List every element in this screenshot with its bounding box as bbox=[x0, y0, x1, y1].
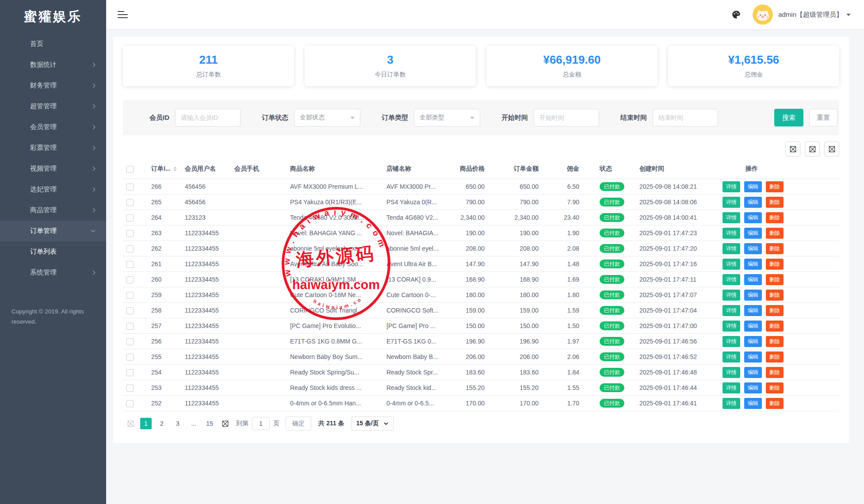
order-type-select[interactable]: 全部类型 bbox=[414, 109, 480, 126]
detail-button[interactable]: 详情 bbox=[723, 243, 740, 254]
sidebar-item[interactable]: 会员管理 bbox=[0, 117, 106, 137]
end-time-input[interactable] bbox=[653, 109, 718, 126]
detail-button[interactable]: 详情 bbox=[723, 398, 740, 409]
sidebar-item[interactable]: 系统管理 bbox=[0, 262, 106, 283]
sidebar-item[interactable]: 彩票管理 bbox=[0, 137, 106, 158]
row-checkbox[interactable] bbox=[126, 369, 134, 376]
row-checkbox[interactable] bbox=[126, 292, 134, 299]
delete-button[interactable]: 删除 bbox=[766, 290, 784, 301]
row-checkbox[interactable] bbox=[126, 323, 134, 330]
page-button[interactable]: 15 bbox=[204, 418, 215, 429]
row-checkbox[interactable] bbox=[126, 230, 134, 237]
start-time-input[interactable] bbox=[534, 109, 599, 126]
edit-button[interactable]: 编辑 bbox=[744, 367, 762, 378]
sort-icon[interactable] bbox=[173, 165, 177, 173]
delete-button[interactable]: 删除 bbox=[766, 351, 784, 363]
edit-button[interactable]: 编辑 bbox=[744, 243, 762, 254]
search-button[interactable]: 搜索 bbox=[774, 109, 803, 126]
detail-button[interactable]: 详情 bbox=[723, 336, 740, 347]
avatar[interactable] bbox=[753, 4, 773, 25]
detail-button[interactable]: 详情 bbox=[723, 290, 740, 301]
row-checkbox[interactable] bbox=[126, 385, 134, 392]
select-all-checkbox[interactable] bbox=[126, 166, 134, 173]
row-checkbox[interactable] bbox=[126, 338, 134, 345]
member-id-input[interactable] bbox=[175, 109, 241, 126]
delete-button[interactable]: 删除 bbox=[766, 197, 784, 208]
detail-button[interactable]: 详情 bbox=[723, 351, 740, 363]
page-button[interactable]: 1 bbox=[140, 418, 152, 429]
delete-button[interactable]: 删除 bbox=[766, 367, 784, 378]
delete-button[interactable]: 删除 bbox=[766, 305, 784, 316]
confirm-page-button[interactable]: 确定 bbox=[286, 416, 311, 431]
sidebar-item[interactable]: 订单列表 bbox=[0, 241, 106, 262]
detail-button[interactable]: 详情 bbox=[723, 181, 740, 192]
delete-button[interactable]: 删除 bbox=[766, 321, 784, 332]
user-menu[interactable]: admin【超级管理员】 bbox=[778, 11, 843, 19]
edit-button[interactable]: 编辑 bbox=[744, 274, 762, 285]
prev-page-button[interactable] bbox=[126, 419, 135, 428]
edit-button[interactable]: 编辑 bbox=[744, 382, 762, 393]
detail-button[interactable]: 详情 bbox=[723, 259, 740, 270]
row-checkbox[interactable] bbox=[126, 307, 134, 314]
delete-button[interactable]: 删除 bbox=[766, 243, 784, 254]
edit-button[interactable]: 编辑 bbox=[744, 321, 762, 332]
delete-button[interactable]: 删除 bbox=[766, 181, 784, 192]
edit-button[interactable]: 编辑 bbox=[744, 181, 762, 192]
order-status-select[interactable]: 全部状态 bbox=[294, 109, 360, 126]
sidebar-item[interactable]: 超管管理 bbox=[0, 96, 106, 117]
edit-button[interactable]: 编辑 bbox=[744, 197, 762, 208]
row-checkbox[interactable] bbox=[126, 245, 134, 252]
reset-button[interactable]: 重置 bbox=[809, 109, 837, 126]
cell-member-username: 1122334455 bbox=[181, 349, 231, 365]
page-button[interactable]: 2 bbox=[156, 418, 168, 429]
goto-page-input[interactable] bbox=[252, 417, 270, 430]
detail-button[interactable]: 详情 bbox=[723, 212, 740, 223]
row-checkbox[interactable] bbox=[126, 183, 134, 191]
sidebar-item[interactable]: 订单管理 bbox=[0, 221, 106, 241]
sidebar-item[interactable]: 商品管理 bbox=[0, 200, 106, 221]
page-button[interactable]: 3 bbox=[172, 418, 184, 429]
delete-button[interactable]: 删除 bbox=[766, 212, 784, 223]
row-checkbox[interactable] bbox=[126, 214, 134, 221]
row-checkbox[interactable] bbox=[126, 199, 134, 206]
toolbar-button-3[interactable] bbox=[824, 141, 839, 157]
detail-button[interactable]: 详情 bbox=[723, 305, 740, 316]
detail-button[interactable]: 详情 bbox=[723, 197, 740, 208]
detail-button[interactable]: 详情 bbox=[723, 321, 740, 332]
detail-button[interactable]: 详情 bbox=[723, 274, 740, 285]
row-checkbox[interactable] bbox=[126, 261, 134, 268]
row-checkbox[interactable] bbox=[126, 400, 134, 407]
edit-button[interactable]: 编辑 bbox=[744, 351, 762, 363]
edit-button[interactable]: 编辑 bbox=[744, 290, 762, 301]
sidebar-item[interactable]: 视频管理 bbox=[0, 158, 106, 179]
toolbar-button-2[interactable] bbox=[805, 141, 820, 157]
delete-button[interactable]: 删除 bbox=[766, 382, 784, 393]
page-button[interactable]: ... bbox=[188, 418, 199, 429]
next-page-button[interactable] bbox=[220, 419, 230, 428]
delete-button[interactable]: 删除 bbox=[766, 259, 784, 270]
detail-button[interactable]: 详情 bbox=[723, 367, 740, 378]
row-checkbox[interactable] bbox=[126, 354, 134, 361]
row-checkbox[interactable] bbox=[126, 276, 134, 283]
edit-button[interactable]: 编辑 bbox=[744, 305, 762, 316]
toolbar-button-1[interactable] bbox=[785, 141, 800, 157]
edit-button[interactable]: 编辑 bbox=[744, 259, 762, 270]
theme-palette-icon[interactable] bbox=[731, 10, 741, 19]
sidebar-toggle-button[interactable] bbox=[118, 11, 128, 19]
delete-button[interactable]: 删除 bbox=[766, 398, 784, 409]
sidebar-item[interactable]: 数据统计 bbox=[0, 54, 106, 75]
edit-button[interactable]: 编辑 bbox=[744, 336, 762, 347]
edit-button[interactable]: 编辑 bbox=[744, 398, 762, 409]
sidebar-item[interactable]: 财务管理 bbox=[0, 75, 106, 96]
detail-button[interactable]: 详情 bbox=[723, 228, 740, 239]
page-size-select[interactable]: 15 条/页 bbox=[351, 416, 393, 431]
delete-button[interactable]: 删除 bbox=[766, 336, 784, 347]
delete-button[interactable]: 删除 bbox=[766, 274, 784, 285]
sidebar-item[interactable]: 选妃管理 bbox=[0, 179, 106, 200]
detail-button[interactable]: 详情 bbox=[723, 382, 740, 393]
col-order-id[interactable]: 订单I... bbox=[148, 159, 181, 179]
edit-button[interactable]: 编辑 bbox=[744, 228, 762, 239]
delete-button[interactable]: 删除 bbox=[766, 228, 784, 239]
edit-button[interactable]: 编辑 bbox=[744, 212, 762, 223]
sidebar-item[interactable]: 首页 bbox=[0, 34, 106, 54]
